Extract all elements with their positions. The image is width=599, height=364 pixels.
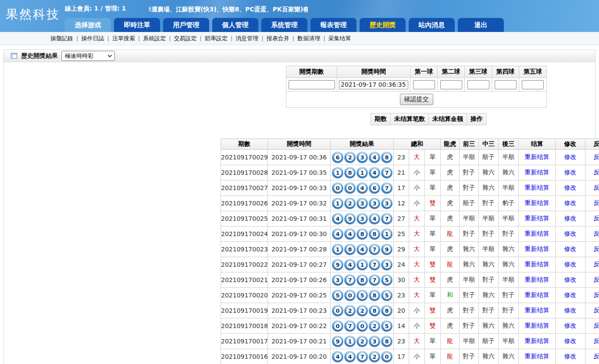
resettle-link[interactable]: 重新结算 [525,169,549,176]
modify-link[interactable]: 修改 [564,245,577,252]
online-stats: 線上會員: 1 / 管理: 1 [65,5,126,13]
reverse-settle-link[interactable]: 反结算 [594,153,599,160]
modify-link[interactable]: 修改 [564,230,577,237]
subnav-item-trading-record[interactable]: 操盤記錄 [50,35,73,42]
lottery-ball-icon: 2 [344,305,356,316]
sum-cell: 14 [394,318,409,334]
middle-three-cell: 半順 [479,242,499,257]
back-three-cell: 半順 [499,272,519,288]
period-input[interactable] [289,80,335,89]
resettle-link[interactable]: 重新结算 [525,245,549,252]
modify-link[interactable]: 修改 [564,322,577,329]
resettle-link[interactable]: 重新结算 [525,153,549,160]
modify-link[interactable]: 修改 [564,215,577,222]
dragon-tiger-cell: 虎 [441,180,460,196]
subnav-item-message-management[interactable]: 消息管理 [235,35,258,42]
lottery-ball-icon: 0 [332,305,343,316]
ball3-input[interactable] [467,80,489,89]
modify-link[interactable]: 修改 [564,337,577,344]
confirm-submit-button[interactable]: 確認提交 [400,94,433,105]
modify-link[interactable]: 修改 [564,353,577,360]
tab-site-messages[interactable]: 站內消息 [409,18,455,32]
ball1-input[interactable] [413,80,435,89]
lottery-ball-icon: 4 [369,213,380,224]
reverse-settle-link[interactable]: 反结算 [594,184,599,191]
search-form-header: 第一球 [410,66,438,78]
lottery-ball-icon: 9 [344,213,356,224]
sum-cell: 21 [394,165,409,180]
ball4-input[interactable] [495,80,517,89]
modify-link[interactable]: 修改 [564,169,577,176]
back-three-cell: 半順 [499,211,519,226]
reverse-settle-link[interactable]: 反结算 [594,307,599,314]
subnav-item-data-cleanup[interactable]: 数据清理 [297,35,320,42]
ball5-input[interactable] [522,80,544,89]
subnav-item-system-settings[interactable]: 系統設定 [143,35,166,42]
modify-link[interactable]: 修改 [564,153,577,160]
reverse-settle-link[interactable]: 反结算 [594,337,599,344]
tab-instant-orders[interactable]: 即時注單 [114,18,160,32]
reverse-settle-link[interactable]: 反结算 [594,276,599,283]
modify-link[interactable]: 修改 [564,261,577,268]
reverse-settle-link[interactable]: 反结算 [594,245,599,252]
lottery-ball-icon: 8 [381,152,392,163]
period-cell: 202109170028 [221,165,268,180]
odd-even-cell: 雙 [425,257,441,272]
reverse-settle-link[interactable]: 反结算 [594,230,599,237]
modify-link[interactable]: 修改 [564,307,577,314]
resettle-link[interactable]: 重新结算 [525,184,549,191]
tab-history-draws[interactable]: 歷史開獎 [360,18,406,32]
reverse-settle-link[interactable]: 反结算 [594,169,599,176]
resettle-link[interactable]: 重新结算 [525,353,549,360]
resettle-link[interactable]: 重新结算 [525,291,549,298]
lottery-ball-icon: 7 [381,213,392,224]
reverse-settle-link[interactable]: 反结算 [594,291,599,298]
reverse-settle-link[interactable]: 反结算 [594,215,599,222]
results-header: 開獎結果 [331,139,394,150]
modify-link[interactable]: 修改 [564,184,577,191]
resettle-link[interactable]: 重新结算 [525,199,549,206]
subnav-item-odds-settings[interactable]: 賠率設定 [205,35,228,42]
resettle-link[interactable]: 重新结算 [525,230,549,237]
resettle-link[interactable]: 重新结算 [525,215,549,222]
draw-result-balls-cell: 91238 [331,334,394,349]
reverse-settle-link[interactable]: 反结算 [594,322,599,329]
table-row: 202109170025 2021-09-17 00:31 49347 27 大… [221,211,599,226]
lottery-ball-icon: 7 [381,167,392,178]
middle-three-cell: 對子 [479,272,499,288]
odd-even-cell: 單 [425,150,441,165]
subnav-item-transaction-settings[interactable]: 交易設定 [174,35,197,42]
lottery-ball-icon: 3 [381,259,392,270]
reverse-settle-link[interactable]: 反结算 [594,261,599,268]
ball2-input[interactable] [440,80,462,89]
subnav-item-report-merge[interactable]: 报表合并 [267,35,289,42]
back-three-cell: 對子 [499,226,519,242]
draw-result-balls-cell: 00467 [331,180,394,196]
draw-result-balls-cell: 12333 [331,196,394,211]
modify-link[interactable]: 修改 [564,291,577,298]
tab-logout[interactable]: 退出 [458,18,504,32]
tab-personal-management[interactable]: 個人管理 [212,18,258,32]
tab-user-management[interactable]: 用戶管理 [163,18,209,32]
tab-system-management[interactable]: 系统管理 [261,18,307,32]
tab-report-management[interactable]: 報表管理 [310,18,357,32]
subnav-item-order-search[interactable]: 注單搜索 [112,35,135,42]
resettle-link[interactable]: 重新结算 [525,276,549,283]
modify-link[interactable]: 修改 [564,276,577,283]
subnav-item-operation-log[interactable]: 操作日誌 [81,35,104,42]
lottery-select[interactable]: 極速時時彩 [61,51,115,61]
subnav-separator: | [166,35,174,42]
resettle-link[interactable]: 重新结算 [525,337,549,344]
reverse-settle-link[interactable]: 反结算 [594,199,599,206]
table-row: 202109170028 2021-09-17 00:35 18147 21 小… [221,165,599,180]
reverse-settle-link[interactable]: 反结算 [594,353,599,360]
lottery-ball-icon: 7 [344,320,356,332]
resettle-link[interactable]: 重新结算 [525,322,549,329]
dragon-tiger-cell: 虎 [441,272,460,288]
resettle-link[interactable]: 重新结算 [525,261,549,268]
tab-select-game[interactable]: 选择游戏 [65,18,111,32]
modify-link[interactable]: 修改 [564,199,577,206]
subnav-item-collect-settlement[interactable]: 采集结算 [328,35,351,42]
resettle-link[interactable]: 重新结算 [525,307,549,314]
draw-time-input[interactable] [339,80,408,89]
